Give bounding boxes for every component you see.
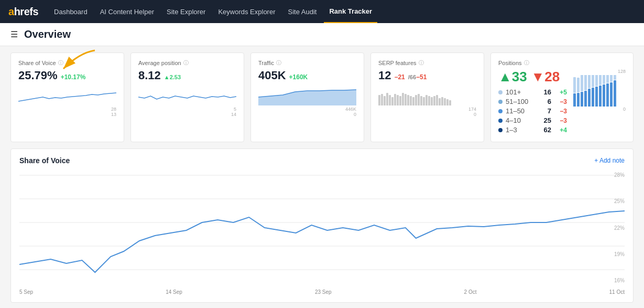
- nav-ai-content[interactable]: AI Content Helper: [95, 0, 159, 23]
- serp-mini-chart: [378, 87, 476, 105]
- x-axis-labels: 5 Sep 14 Sep 23 Sep 2 Oct 11 Oct: [19, 289, 625, 295]
- average-position-delta: ▲2.53: [164, 74, 181, 80]
- share-of-voice-chart-labels: 28: [18, 107, 116, 112]
- positions-row-1: 1–3 62 +4: [498, 126, 567, 134]
- main-chart-header: Share of Voice + Add note: [19, 156, 625, 165]
- hamburger-icon[interactable]: ☰: [10, 29, 18, 39]
- main-chart-line: [19, 211, 625, 272]
- average-position-info-icon[interactable]: ⓘ: [183, 59, 189, 67]
- serp-features-delta: −21: [394, 73, 405, 81]
- traffic-delta: +160K: [289, 73, 308, 81]
- logo-a: a: [8, 6, 14, 17]
- serp-features-card: SERP features ⓘ 12 −21 /66−51: [370, 52, 484, 142]
- traffic-card: Traffic ⓘ 405K +160K 446K 0: [250, 52, 364, 142]
- serp-features-label: SERP features ⓘ: [378, 59, 476, 67]
- nav-site-explorer[interactable]: Site Explorer: [161, 0, 211, 23]
- page-header: ☰ Overview: [0, 23, 644, 46]
- share-of-voice-mini-chart: [18, 87, 116, 105]
- page-title: Overview: [24, 28, 71, 40]
- positions-row-11: 11–50 7 −3: [498, 107, 567, 115]
- main-chart-title: Share of Voice: [19, 156, 70, 165]
- nav-dashboard[interactable]: Dashboard: [49, 0, 93, 23]
- positions-label: Positions ⓘ: [498, 59, 626, 67]
- main-chart-svg: [19, 170, 625, 285]
- metrics-row: Share of Voice ⓘ 25.79% +10.17%: [0, 46, 644, 148]
- share-of-voice-value: 25.79% +10.17%: [18, 69, 116, 82]
- main-chart-wrap: 28% 25% 22% 19% 16%: [19, 170, 625, 287]
- pos-dot-4: [498, 119, 503, 123]
- share-of-voice-delta: +10.17%: [61, 73, 86, 81]
- nav-site-audit[interactable]: Site Audit: [283, 0, 322, 23]
- y-axis-labels: 28% 25% 22% 19% 16%: [614, 170, 625, 285]
- traffic-mini-chart: [258, 87, 356, 105]
- traffic-value: 405K +160K: [258, 69, 356, 82]
- positions-row-51: 51–100 6 −3: [498, 98, 567, 105]
- nav-keywords-explorer[interactable]: Keywords Explorer: [213, 0, 280, 23]
- serp-features-sub: /66−51: [408, 73, 427, 81]
- add-note-button[interactable]: + Add note: [594, 157, 625, 164]
- pos-dot-101: [498, 90, 503, 94]
- average-position-mini-chart: [138, 87, 236, 105]
- positions-big: ▲33 ▼28: [498, 69, 567, 85]
- traffic-label: Traffic ⓘ: [258, 59, 356, 67]
- serp-features-info-icon[interactable]: ⓘ: [419, 59, 424, 67]
- pos-dot-11: [498, 109, 503, 113]
- average-position-value: 8.12 ▲2.53: [138, 69, 236, 82]
- positions-row-101: 101+ 16 +5: [498, 88, 567, 96]
- navigation: ahrefs Dashboard AI Content Helper Site …: [0, 0, 644, 23]
- pos-dot-1: [498, 128, 503, 132]
- svg-marker-1: [258, 90, 356, 105]
- positions-row-4: 4–10 25 −3: [498, 116, 567, 124]
- positions-rows: 101+ 16 +5 51–100 6 −3 11–50: [498, 88, 567, 134]
- share-of-voice-label: Share of Voice ⓘ: [18, 59, 116, 67]
- nav-rank-tracker[interactable]: Rank Tracker: [324, 0, 377, 23]
- main-chart-section: Share of Voice + Add note 28% 25% 22% 19…: [10, 148, 634, 303]
- serp-features-value: 12 −21 /66−51: [378, 69, 476, 82]
- share-of-voice-card: Share of Voice ⓘ 25.79% +10.17%: [10, 52, 124, 142]
- share-of-voice-info-icon[interactable]: ⓘ: [58, 59, 63, 67]
- positions-info-icon[interactable]: ⓘ: [524, 59, 529, 67]
- pos-dot-51: [498, 100, 503, 104]
- positions-card: Positions ⓘ ▲33 ▼28 101+ 16 +5: [490, 52, 634, 142]
- positions-bar-chart: 128 0: [573, 69, 626, 112]
- average-position-card: Average position ⓘ 8.12 ▲2.53 5 14: [130, 52, 244, 142]
- logo[interactable]: ahrefs: [8, 6, 38, 18]
- traffic-info-icon[interactable]: ⓘ: [276, 59, 281, 67]
- average-position-label: Average position ⓘ: [138, 59, 236, 67]
